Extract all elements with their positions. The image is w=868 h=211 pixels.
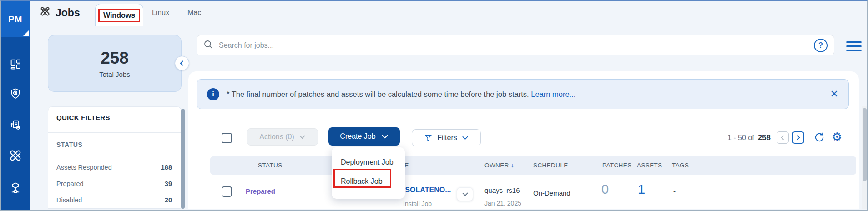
search-icon: [203, 40, 213, 51]
status-section-label: STATUS: [56, 141, 83, 148]
annotation-highlight-rollback: [333, 169, 391, 188]
patches-icon[interactable]: [9, 149, 22, 162]
column-owner-label: OWNER: [484, 162, 509, 169]
column-patches[interactable]: PATCHES: [602, 162, 632, 169]
prev-page-button[interactable]: [777, 131, 789, 144]
filter-prepared[interactable]: Prepared 39: [56, 179, 172, 189]
row-expand-button[interactable]: [457, 187, 473, 201]
create-job-label: Create Job: [340, 132, 375, 141]
schedule-cell: On-Demand: [533, 189, 570, 197]
learn-more-link[interactable]: Learn more...: [531, 90, 575, 98]
create-job-button[interactable]: Create Job: [328, 127, 400, 146]
chevron-down-icon: [462, 136, 469, 140]
menu-icon[interactable]: [846, 41, 862, 54]
tab-mac[interactable]: Mac: [187, 9, 201, 17]
column-tags[interactable]: TAGS: [672, 162, 689, 169]
filter-label: Disabled: [56, 196, 82, 204]
pagination-total: 258: [758, 133, 771, 142]
close-icon[interactable]: ✕: [830, 89, 838, 99]
pagination: 1 - 50 of 258: [709, 133, 771, 142]
chevron-down-icon: [299, 135, 306, 139]
filter-disabled[interactable]: Disabled 20: [56, 195, 172, 205]
menu-item-deployment-job[interactable]: Deployment Job: [341, 158, 394, 166]
sort-desc-icon: ↓: [511, 162, 514, 169]
select-all-checkbox[interactable]: [222, 133, 232, 143]
filters-scrollbar[interactable]: [181, 109, 185, 209]
table-header: STATUS NAME OWNER ↓ SCHEDULE PATCHES ASS…: [210, 156, 856, 175]
filter-count: 188: [161, 164, 172, 171]
quick-filters-panel: [48, 106, 182, 209]
column-status[interactable]: STATUS: [258, 162, 283, 169]
sidebar-expand-triangle: [23, 30, 29, 36]
column-schedule[interactable]: SCHEDULE: [533, 162, 568, 169]
page-scrollbar-thumb[interactable]: [863, 108, 867, 181]
chevron-down-icon: [381, 134, 389, 139]
tags-cell: -: [673, 187, 676, 195]
filter-label: Prepared: [56, 180, 84, 187]
filter-count: 20: [165, 196, 172, 204]
help-icon[interactable]: ?: [814, 39, 828, 52]
patches-count[interactable]: 0: [601, 182, 609, 197]
systems-icon[interactable]: [9, 181, 22, 195]
info-banner: i * The final number of patches and asse…: [197, 79, 849, 109]
search-input[interactable]: [219, 41, 808, 50]
page-title-text: Jobs: [56, 7, 80, 19]
filters-button-label: Filters: [437, 134, 457, 142]
column-assets[interactable]: ASSETS: [637, 162, 662, 169]
info-icon: i: [207, 88, 219, 100]
status-badge: Prepared: [246, 187, 275, 195]
filter-count: 39: [165, 180, 172, 187]
total-jobs-card: 258 Total Jobs: [48, 35, 182, 92]
threat-scan-icon[interactable]: [9, 87, 22, 100]
divider: [48, 132, 181, 133]
funnel-icon: [424, 134, 433, 142]
banner-text: * The final number of patches and assets…: [227, 90, 575, 99]
owner-cell: quays_rs16: [484, 186, 520, 194]
tab-linux[interactable]: Linux: [152, 9, 169, 17]
tab-windows-label: Windows: [103, 11, 135, 19]
total-jobs-label: Total Jobs: [99, 70, 130, 78]
job-name-link[interactable]: ISOLATENO...: [403, 186, 451, 194]
job-type-label: Install Job: [403, 200, 432, 207]
owner-date: Jan 21, 2025: [484, 200, 521, 207]
assets-count[interactable]: 1: [638, 182, 645, 197]
search-bar: ?: [197, 35, 834, 55]
refresh-icon[interactable]: [813, 131, 825, 145]
patch-manager-window: PM: [0, 0, 868, 211]
quick-filters-title: QUICK FILTERS: [56, 114, 110, 121]
row-checkbox[interactable]: [222, 186, 232, 197]
pagination-range: 1 - 50 of: [727, 134, 754, 142]
deployment-icon[interactable]: [9, 118, 22, 132]
actions-button-label: Actions (0): [259, 133, 294, 141]
jobs-tools-icon: [39, 5, 51, 20]
next-page-button[interactable]: [792, 131, 804, 144]
filter-assets-responded[interactable]: Assets Responded 188: [56, 162, 172, 172]
chevron-down-icon: [462, 192, 469, 196]
tab-windows[interactable]: Windows: [95, 4, 143, 26]
column-owner[interactable]: OWNER ↓: [484, 162, 514, 169]
dashboard-icon[interactable]: [9, 57, 22, 71]
chevron-left-icon: [780, 135, 785, 141]
gear-icon[interactable]: ⚙: [832, 131, 842, 143]
filter-label: Assets Responded: [56, 164, 112, 171]
total-jobs-count: 258: [101, 49, 129, 68]
banner-message: * The final number of patches and assets…: [227, 90, 529, 98]
filters-button[interactable]: Filters: [412, 129, 481, 146]
collapse-panel-button[interactable]: [175, 56, 189, 70]
chevron-left-icon: [179, 60, 185, 66]
actions-button[interactable]: Actions (0): [247, 128, 318, 146]
chevron-right-icon: [796, 135, 801, 141]
page-title: Jobs: [39, 5, 80, 20]
app-logo-text: PM: [8, 14, 22, 25]
annotation-highlight-windows: Windows: [98, 9, 140, 22]
